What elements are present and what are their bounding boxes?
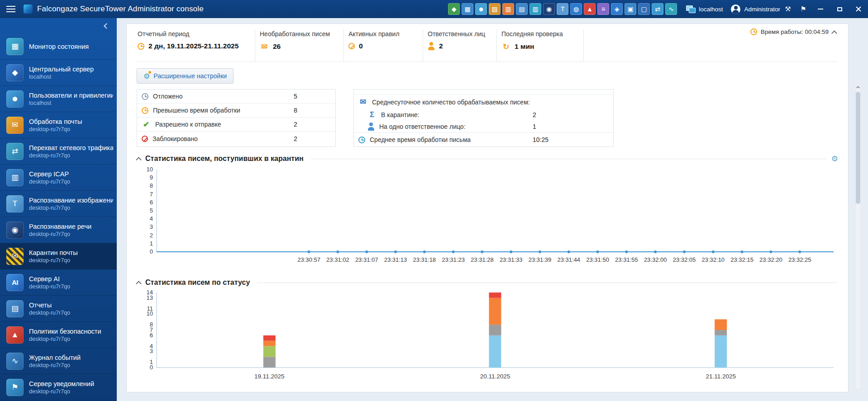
data-point	[308, 250, 310, 253]
sidebar-item-label: Перехват сетевого трафика	[29, 144, 113, 151]
endpoint-icon[interactable]: ▣	[625, 3, 636, 15]
row-value: 8	[294, 107, 331, 114]
status-bar-chart-mount: 01346781011131419.11.202520.11.202521.11…	[137, 290, 838, 387]
status-count-row: Отложено5	[137, 90, 335, 104]
row-label: Разрешено к отправке	[155, 121, 221, 128]
sidebar-item-image-recognition[interactable]: TРаспознавание изображенийdesktop-ru7r7q…	[0, 191, 117, 217]
sidebar-item-speech-recognition[interactable]: ◉Распознавание речиdesktop-ru7r7qo	[0, 217, 117, 243]
shield-icon[interactable]: ◆	[448, 3, 460, 15]
sidebar-item-sub: desktop-ru7r7qo	[29, 388, 94, 395]
sidebar-item-label: Сервер уведомлений	[29, 380, 94, 387]
sidebar-item-label: Отчеты	[29, 302, 70, 309]
check-icon: ✔	[142, 120, 151, 129]
minimize-button[interactable]	[811, 0, 830, 18]
data-point	[712, 250, 715, 253]
advanced-settings-label: Расширенные настройки	[153, 72, 227, 80]
collapse-chart1-icon[interactable]	[136, 157, 142, 163]
sidebar-collapse-button[interactable]	[0, 18, 117, 33]
status-chart-section: Статистика писем по статусу 013467810111…	[137, 278, 838, 387]
sidebar-item-mail-processing[interactable]: ✉Обработка почтыdesktop-ru7r7qo	[0, 112, 117, 138]
statistics-icon[interactable]: ≡	[597, 3, 609, 15]
svg-text:23:31:50: 23:31:50	[586, 256, 609, 263]
user-menu[interactable]: Administrator	[731, 5, 780, 14]
mail-archive-icon[interactable]: ▨	[489, 3, 501, 15]
chart1-settings-icon[interactable]: ⚙	[831, 154, 838, 164]
average-row: ΣВ карантине:2	[354, 109, 613, 121]
chevron-left-icon	[104, 23, 110, 29]
clock-icon	[138, 43, 144, 50]
falcongaze-logo-icon	[24, 5, 33, 14]
titlebar: Falcongaze SecureTower Administrator con…	[0, 0, 868, 18]
scroll-up-icon[interactable]	[856, 86, 860, 90]
svg-text:23:31:44: 23:31:44	[557, 256, 580, 263]
sidebar-item-label: Сервер AI	[29, 275, 70, 283]
user-avatar-icon	[731, 5, 740, 14]
sidebar-item-reports[interactable]: ▤Отчетыdesktop-ru7r7qo	[0, 296, 117, 322]
stat-card-last-check: Последняя проверка↻1 мин	[497, 29, 584, 61]
sidebar-item-users-privileges[interactable]: ☻Пользователи и привилегииlocalhost	[0, 86, 117, 112]
avg-processing-time-row: Среднее время обработки письма 10:25	[354, 132, 613, 146]
summary-panels: Отложено5Превышено время обработки8✔Разр…	[137, 89, 838, 147]
data-point	[683, 250, 686, 253]
sidebar-item-ai-server[interactable]: AIСервер AIdesktop-ru7r7qo	[0, 269, 117, 296]
stat-label: Активных правил	[348, 30, 423, 38]
scrollbar-thumb[interactable]	[856, 92, 860, 204]
sidebar-item-event-log[interactable]: ∿Журнал событийdesktop-ru7r7qo	[0, 348, 117, 374]
collapse-chart2-icon[interactable]	[136, 281, 142, 287]
icap-icon[interactable]: ▥	[529, 3, 541, 15]
averages-panel: ✉ Среднесуточное количество обрабатываем…	[353, 89, 614, 147]
image-recognition-icon[interactable]: T	[557, 3, 568, 15]
tools-icon[interactable]: ⚒	[780, 5, 796, 13]
divider	[311, 159, 827, 159]
image-recognition-icon: T	[6, 195, 24, 212]
host-selector[interactable]: localhost	[686, 5, 723, 13]
divider	[257, 283, 838, 283]
sidebar-item-icap-server[interactable]: ▥Сервер ICAPdesktop-ru7r7qo	[0, 165, 117, 191]
row-value: 5	[294, 93, 331, 100]
quarantine-chart-section: Статистика писем, поступивших в карантин…	[137, 154, 838, 271]
sidebar-item-central-server[interactable]: ◆Центральный серверlocalhost	[0, 60, 117, 86]
advanced-settings-button[interactable]: ⚙ Расширенные настройки	[137, 68, 234, 84]
chart1-title: Статистика писем, поступивших в карантин	[145, 155, 304, 163]
notification-server-icon: ⚑	[6, 379, 24, 396]
main-area: Время работы: 00:04:59 Отчетный период2 …	[117, 18, 868, 401]
collapse-overview-icon[interactable]	[831, 30, 837, 36]
sidebar-item-label: Журнал событий	[29, 354, 81, 361]
data-flow-icon[interactable]: ∿	[665, 3, 677, 15]
main-scrollbar[interactable]	[855, 84, 861, 390]
mail-processing-icon[interactable]: ▥	[502, 3, 514, 15]
stat-card-report-period: Отчетный период2 дн, 19.11.2025-21.11.20…	[137, 29, 255, 61]
sidebar-item-sub: desktop-ru7r7qo	[29, 205, 113, 211]
sidebar-item-status-monitor[interactable]: ▦Монитор состояния	[0, 33, 117, 60]
sidebar-item-traffic-interception[interactable]: ⇄Перехват сетевого трафикаdesktop-ru7r7q…	[0, 138, 117, 165]
row-label: Превышено время обработки	[153, 107, 240, 114]
row-value: 2	[294, 121, 331, 128]
svg-text:23:31:28: 23:31:28	[471, 256, 494, 263]
close-button[interactable]	[849, 0, 868, 18]
menu-icon[interactable]	[6, 6, 22, 12]
stat-card-responsible-persons: Ответственных лиц2	[423, 29, 497, 61]
security-policies-icon[interactable]: ▲	[584, 3, 596, 15]
status-monitor-icon[interactable]: ▦	[462, 3, 473, 15]
users-icon[interactable]: ☻	[475, 3, 487, 15]
documents-icon[interactable]: ▤	[516, 3, 528, 15]
sidebar-item-label: Распознавание изображений	[29, 197, 113, 204]
app-title: Falcongaze SecureTower Administrator con…	[37, 5, 204, 14]
speech-recognition-icon[interactable]: ◉	[543, 3, 555, 15]
web-icon[interactable]: ◍	[570, 3, 582, 15]
bar-segment-deferred-gray	[489, 325, 501, 335]
sidebar-item-security-policies[interactable]: ▲Политики безопасностиdesktop-ru7r7qo	[0, 322, 117, 348]
sidebar-item-notification-server[interactable]: ⚑Сервер уведомленийdesktop-ru7r7qo	[0, 374, 117, 401]
svg-text:23:31:02: 23:31:02	[326, 256, 349, 263]
maximize-button[interactable]	[830, 0, 849, 18]
traffic-interception-icon: ⇄	[6, 143, 24, 160]
ai-server-icon[interactable]: ◈	[611, 3, 623, 15]
announcement-icon[interactable]: ⚑	[796, 5, 811, 13]
stat-value: 26	[273, 42, 281, 51]
sidebar-item-mail-quarantine[interactable]: ✉Карантин почтыdesktop-ru7r7qo	[0, 243, 117, 269]
console-icon[interactable]: ▢	[638, 3, 650, 15]
event-log-icon: ∿	[6, 353, 24, 370]
network-icon[interactable]: ⇄	[652, 3, 663, 15]
status-counts-panel: Отложено5Превышено время обработки8✔Разр…	[137, 89, 336, 147]
bar-segment-deferred-gray	[715, 330, 727, 335]
